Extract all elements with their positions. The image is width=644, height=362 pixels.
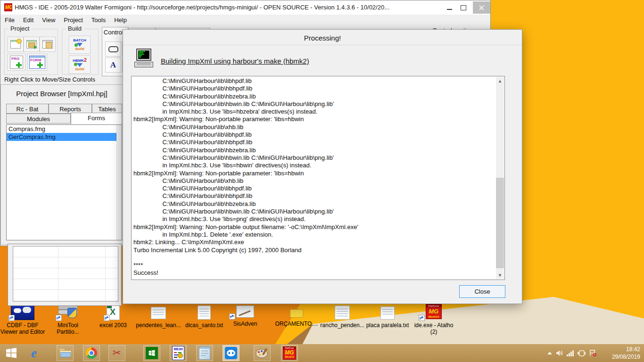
volume-icon[interactable] [556, 350, 563, 356]
folder-icon [46, 42, 52, 49]
hmg-ide-icon: Harbour MG MiniGUI [426, 304, 442, 319]
tray-time: 18:42 [600, 346, 640, 353]
network-icon[interactable] [567, 350, 574, 356]
listbox-scrollbar[interactable] [116, 125, 122, 240]
menu-project[interactable]: Project [59, 16, 87, 24]
hbmk-icon-label: HBMK [73, 58, 84, 63]
menu-tools[interactable]: Tools [87, 16, 110, 24]
taskbar-file-explorer[interactable] [57, 345, 74, 361]
save-project-button[interactable] [40, 37, 56, 52]
minimize-button[interactable] [443, 2, 456, 13]
menu-help[interactable]: Help [110, 16, 131, 24]
batch-build-button[interactable]: BATCH build [69, 36, 91, 54]
green-arrow-icon [34, 45, 37, 49]
window-title: HMGS - IDE - 2005-2019 Walter Formigoni … [15, 4, 429, 11]
taskbar-medit[interactable]: MEdit [170, 345, 187, 361]
tab-forms[interactable]: Forms [71, 113, 122, 124]
form-design-window[interactable] [8, 244, 122, 306]
project-group-label: Project [8, 25, 31, 32]
grid-control [13, 246, 118, 302]
notepad-icon [199, 346, 210, 360]
build-output-area[interactable]: C:\MiniGUI\Harbour\lib\libhpdf.lib C:\Mi… [131, 76, 505, 280]
menu-file[interactable]: File [0, 16, 19, 24]
power-plug-icon[interactable] [578, 350, 586, 356]
list-item-gercompras[interactable]: GerCompras.fmg [7, 133, 122, 141]
forms-listbox[interactable]: Compras.fmg GerCompras.fmg [6, 124, 122, 240]
desktop-icon-ide-atalho[interactable]: Harbour MG MiniGUI ide.exe - Atalho (2) [411, 304, 456, 335]
dialog-header: Building ImpXml using harbour's make (hb… [161, 57, 309, 65]
output-scrollbar[interactable]: ▲ ▼ [496, 77, 504, 279]
teamviewer-icon [225, 347, 237, 359]
menu-edit[interactable]: Edit [19, 16, 38, 24]
shortcut-arrow-icon [8, 315, 15, 321]
tab-reports[interactable]: Reports [49, 104, 92, 114]
maximize-button[interactable] [457, 2, 470, 13]
list-item-compras[interactable]: Compras.fmg [7, 125, 122, 133]
app-icon: MG [4, 3, 12, 11]
shortcut-arrow-icon [104, 315, 110, 321]
terminal-icon [134, 49, 154, 69]
shortcut-arrow-icon [419, 315, 425, 321]
processing-dialog: Processing! Building ImpXml using harbou… [123, 29, 522, 304]
hmg-icon: Harbour MG MiniGUI [283, 346, 296, 360]
scissors-icon: ✂ [113, 348, 121, 358]
main-titlebar[interactable]: MG HMGS - IDE - 2005-2019 Walter Formigo… [0, 0, 490, 15]
taskbar-notepad[interactable] [196, 345, 213, 361]
screen: MG HMGS - IDE - 2005-2019 Walter Formigo… [0, 0, 644, 362]
start-button[interactable] [3, 345, 20, 361]
tab-rc-bat[interactable]: Rc - Bat [6, 104, 49, 114]
system-tray [547, 344, 597, 362]
button-control-tool[interactable] [105, 41, 121, 57]
open-project-button[interactable] [24, 37, 40, 52]
dialog-title[interactable]: Processing! [123, 30, 522, 45]
action-center-flag-icon[interactable] [589, 350, 597, 356]
scrollbar-thumb[interactable] [496, 178, 504, 268]
desktop-icon-dicas[interactable]: dicas_santo.txt [182, 304, 227, 329]
windows-logo-icon [6, 347, 17, 359]
taskbar-harbour-minigui[interactable]: Harbour MG MiniGUI [281, 345, 298, 361]
menu-view[interactable]: View [38, 16, 59, 24]
text-file-icon [198, 305, 211, 320]
taskbar-clock[interactable]: 18:42 29/08/2019 [600, 346, 640, 361]
build-group-label: Build [66, 25, 83, 32]
taskbar-chrome[interactable] [83, 345, 100, 361]
taskbar-snipping-tool[interactable]: ✂ [108, 345, 125, 361]
close-icon [479, 5, 484, 10]
scroll-down-icon[interactable]: ▼ [496, 271, 504, 279]
shortcut-arrow-icon [56, 315, 62, 321]
desktop-icon-cdbf[interactable]: CDBF - DBF Viewer and Editor [0, 304, 45, 335]
project-browser-title: Project Browser [ImpXml.hpj] [1, 90, 123, 98]
shortcut-arrow-icon [229, 313, 235, 320]
taskbar-windows-store[interactable] [143, 345, 160, 361]
scroll-up-icon[interactable]: ▲ [496, 77, 504, 85]
batch-icon-label: BATCH [73, 39, 86, 42]
add-prg-button[interactable]: PRG [8, 54, 25, 71]
taskbar-teamviewer[interactable] [223, 345, 239, 361]
desktop-icon-pendentes[interactable]: pendentes_lean... [136, 304, 181, 329]
desktop-icon-excel[interactable]: X excel 2003 [91, 304, 136, 329]
desktop-icon-placa[interactable]: placa paralela.txt [365, 304, 410, 329]
hbmk2-build-button[interactable]: HBMK2 build [69, 56, 91, 74]
text-file-icon [380, 306, 395, 320]
desktop-icon-orcamento[interactable]: ORÇAMENTO.... [274, 305, 319, 327]
label-control-tool[interactable]: A [105, 58, 121, 73]
desktop-icon-minitool[interactable]: MiniTool Partitio... [45, 304, 91, 335]
text-file-icon [335, 305, 350, 320]
tab-modules[interactable]: Modules [6, 114, 71, 123]
dialog-close-button[interactable]: Close [459, 285, 505, 298]
close-button[interactable] [473, 1, 490, 14]
new-project-button[interactable] [8, 37, 24, 52]
shield-icon [67, 308, 77, 318]
desktop-icon-sisadven[interactable]: SisAdven [223, 305, 268, 327]
build-toolbar-group: Build BATCH build HBMK2 build [62, 29, 99, 75]
add-form-button[interactable]: FORM [27, 54, 47, 71]
down-arrow-icon [77, 63, 83, 67]
taskbar-paint[interactable] [254, 345, 271, 361]
ie-icon: e [31, 347, 37, 360]
taskbar-internet-explorer[interactable]: e [25, 345, 42, 361]
tab-tables[interactable]: Tables [92, 104, 122, 114]
label-a-icon: A [110, 60, 116, 70]
hbmk2-sup-label: 2 [84, 58, 87, 63]
desktop-icon-rancho[interactable]: rancho_penden... [320, 304, 365, 329]
tray-expand-icon[interactable] [547, 351, 553, 355]
